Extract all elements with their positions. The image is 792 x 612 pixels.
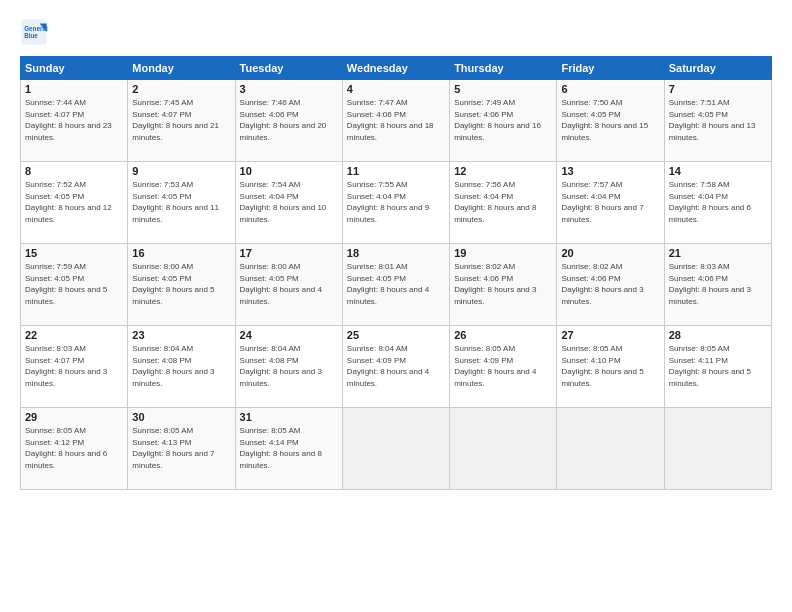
table-row: 2Sunrise: 7:45 AMSunset: 4:07 PMDaylight… xyxy=(128,80,235,162)
day-number: 13 xyxy=(561,165,659,177)
weekday-header-monday: Monday xyxy=(128,57,235,80)
day-info: Sunrise: 7:47 AMSunset: 4:06 PMDaylight:… xyxy=(347,97,445,143)
day-info: Sunrise: 8:05 AMSunset: 4:11 PMDaylight:… xyxy=(669,343,767,389)
table-row: 10Sunrise: 7:54 AMSunset: 4:04 PMDayligh… xyxy=(235,162,342,244)
day-info: Sunrise: 8:05 AMSunset: 4:10 PMDaylight:… xyxy=(561,343,659,389)
day-number: 20 xyxy=(561,247,659,259)
table-row: 6Sunrise: 7:50 AMSunset: 4:05 PMDaylight… xyxy=(557,80,664,162)
calendar-week-row: 15Sunrise: 7:59 AMSunset: 4:05 PMDayligh… xyxy=(21,244,772,326)
table-row: 25Sunrise: 8:04 AMSunset: 4:09 PMDayligh… xyxy=(342,326,449,408)
day-info: Sunrise: 7:44 AMSunset: 4:07 PMDaylight:… xyxy=(25,97,123,143)
table-row: 12Sunrise: 7:56 AMSunset: 4:04 PMDayligh… xyxy=(450,162,557,244)
weekday-header-friday: Friday xyxy=(557,57,664,80)
header: General Blue xyxy=(20,18,772,46)
calendar-week-row: 1Sunrise: 7:44 AMSunset: 4:07 PMDaylight… xyxy=(21,80,772,162)
day-info: Sunrise: 7:57 AMSunset: 4:04 PMDaylight:… xyxy=(561,179,659,225)
day-info: Sunrise: 7:53 AMSunset: 4:05 PMDaylight:… xyxy=(132,179,230,225)
day-info: Sunrise: 7:51 AMSunset: 4:05 PMDaylight:… xyxy=(669,97,767,143)
day-number: 9 xyxy=(132,165,230,177)
table-row: 26Sunrise: 8:05 AMSunset: 4:09 PMDayligh… xyxy=(450,326,557,408)
day-number: 3 xyxy=(240,83,338,95)
day-number: 16 xyxy=(132,247,230,259)
table-row: 3Sunrise: 7:46 AMSunset: 4:06 PMDaylight… xyxy=(235,80,342,162)
table-row: 14Sunrise: 7:58 AMSunset: 4:04 PMDayligh… xyxy=(664,162,771,244)
table-row: 24Sunrise: 8:04 AMSunset: 4:08 PMDayligh… xyxy=(235,326,342,408)
day-info: Sunrise: 8:03 AMSunset: 4:06 PMDaylight:… xyxy=(669,261,767,307)
day-number: 24 xyxy=(240,329,338,341)
table-row xyxy=(342,408,449,490)
day-info: Sunrise: 7:59 AMSunset: 4:05 PMDaylight:… xyxy=(25,261,123,307)
table-row xyxy=(664,408,771,490)
day-info: Sunrise: 7:50 AMSunset: 4:05 PMDaylight:… xyxy=(561,97,659,143)
day-number: 6 xyxy=(561,83,659,95)
day-number: 26 xyxy=(454,329,552,341)
day-number: 18 xyxy=(347,247,445,259)
table-row xyxy=(557,408,664,490)
table-row xyxy=(450,408,557,490)
day-info: Sunrise: 7:52 AMSunset: 4:05 PMDaylight:… xyxy=(25,179,123,225)
day-number: 17 xyxy=(240,247,338,259)
day-info: Sunrise: 7:54 AMSunset: 4:04 PMDaylight:… xyxy=(240,179,338,225)
table-row: 1Sunrise: 7:44 AMSunset: 4:07 PMDaylight… xyxy=(21,80,128,162)
table-row: 17Sunrise: 8:00 AMSunset: 4:05 PMDayligh… xyxy=(235,244,342,326)
table-row: 8Sunrise: 7:52 AMSunset: 4:05 PMDaylight… xyxy=(21,162,128,244)
day-info: Sunrise: 8:02 AMSunset: 4:06 PMDaylight:… xyxy=(561,261,659,307)
logo: General Blue xyxy=(20,18,52,46)
weekday-header-wednesday: Wednesday xyxy=(342,57,449,80)
table-row: 19Sunrise: 8:02 AMSunset: 4:06 PMDayligh… xyxy=(450,244,557,326)
day-number: 5 xyxy=(454,83,552,95)
day-info: Sunrise: 7:49 AMSunset: 4:06 PMDaylight:… xyxy=(454,97,552,143)
day-info: Sunrise: 8:00 AMSunset: 4:05 PMDaylight:… xyxy=(240,261,338,307)
day-info: Sunrise: 7:58 AMSunset: 4:04 PMDaylight:… xyxy=(669,179,767,225)
day-number: 2 xyxy=(132,83,230,95)
day-info: Sunrise: 8:02 AMSunset: 4:06 PMDaylight:… xyxy=(454,261,552,307)
day-number: 12 xyxy=(454,165,552,177)
day-number: 15 xyxy=(25,247,123,259)
day-info: Sunrise: 7:55 AMSunset: 4:04 PMDaylight:… xyxy=(347,179,445,225)
table-row: 27Sunrise: 8:05 AMSunset: 4:10 PMDayligh… xyxy=(557,326,664,408)
table-row: 21Sunrise: 8:03 AMSunset: 4:06 PMDayligh… xyxy=(664,244,771,326)
table-row: 9Sunrise: 7:53 AMSunset: 4:05 PMDaylight… xyxy=(128,162,235,244)
day-number: 30 xyxy=(132,411,230,423)
day-info: Sunrise: 8:03 AMSunset: 4:07 PMDaylight:… xyxy=(25,343,123,389)
weekday-header-tuesday: Tuesday xyxy=(235,57,342,80)
day-number: 31 xyxy=(240,411,338,423)
table-row: 5Sunrise: 7:49 AMSunset: 4:06 PMDaylight… xyxy=(450,80,557,162)
day-info: Sunrise: 8:05 AMSunset: 4:14 PMDaylight:… xyxy=(240,425,338,471)
calendar-week-row: 29Sunrise: 8:05 AMSunset: 4:12 PMDayligh… xyxy=(21,408,772,490)
day-info: Sunrise: 8:00 AMSunset: 4:05 PMDaylight:… xyxy=(132,261,230,307)
weekday-header-sunday: Sunday xyxy=(21,57,128,80)
day-number: 7 xyxy=(669,83,767,95)
day-number: 14 xyxy=(669,165,767,177)
table-row: 20Sunrise: 8:02 AMSunset: 4:06 PMDayligh… xyxy=(557,244,664,326)
calendar-header: SundayMondayTuesdayWednesdayThursdayFrid… xyxy=(21,57,772,80)
table-row: 23Sunrise: 8:04 AMSunset: 4:08 PMDayligh… xyxy=(128,326,235,408)
day-number: 8 xyxy=(25,165,123,177)
table-row: 22Sunrise: 8:03 AMSunset: 4:07 PMDayligh… xyxy=(21,326,128,408)
day-info: Sunrise: 8:05 AMSunset: 4:13 PMDaylight:… xyxy=(132,425,230,471)
day-info: Sunrise: 7:45 AMSunset: 4:07 PMDaylight:… xyxy=(132,97,230,143)
day-info: Sunrise: 7:46 AMSunset: 4:06 PMDaylight:… xyxy=(240,97,338,143)
calendar-week-row: 22Sunrise: 8:03 AMSunset: 4:07 PMDayligh… xyxy=(21,326,772,408)
day-number: 4 xyxy=(347,83,445,95)
day-number: 29 xyxy=(25,411,123,423)
day-number: 27 xyxy=(561,329,659,341)
day-info: Sunrise: 8:01 AMSunset: 4:05 PMDaylight:… xyxy=(347,261,445,307)
table-row: 31Sunrise: 8:05 AMSunset: 4:14 PMDayligh… xyxy=(235,408,342,490)
svg-text:Blue: Blue xyxy=(24,32,38,39)
table-row: 29Sunrise: 8:05 AMSunset: 4:12 PMDayligh… xyxy=(21,408,128,490)
day-number: 10 xyxy=(240,165,338,177)
weekday-header-thursday: Thursday xyxy=(450,57,557,80)
day-info: Sunrise: 8:05 AMSunset: 4:09 PMDaylight:… xyxy=(454,343,552,389)
table-row: 30Sunrise: 8:05 AMSunset: 4:13 PMDayligh… xyxy=(128,408,235,490)
table-row: 4Sunrise: 7:47 AMSunset: 4:06 PMDaylight… xyxy=(342,80,449,162)
day-number: 25 xyxy=(347,329,445,341)
calendar-body: 1Sunrise: 7:44 AMSunset: 4:07 PMDaylight… xyxy=(21,80,772,490)
calendar-week-row: 8Sunrise: 7:52 AMSunset: 4:05 PMDaylight… xyxy=(21,162,772,244)
day-info: Sunrise: 8:04 AMSunset: 4:09 PMDaylight:… xyxy=(347,343,445,389)
calendar-table: SundayMondayTuesdayWednesdayThursdayFrid… xyxy=(20,56,772,490)
table-row: 11Sunrise: 7:55 AMSunset: 4:04 PMDayligh… xyxy=(342,162,449,244)
page: General Blue SundayMondayTuesdayWednesda… xyxy=(0,0,792,612)
day-number: 11 xyxy=(347,165,445,177)
day-info: Sunrise: 8:04 AMSunset: 4:08 PMDaylight:… xyxy=(132,343,230,389)
